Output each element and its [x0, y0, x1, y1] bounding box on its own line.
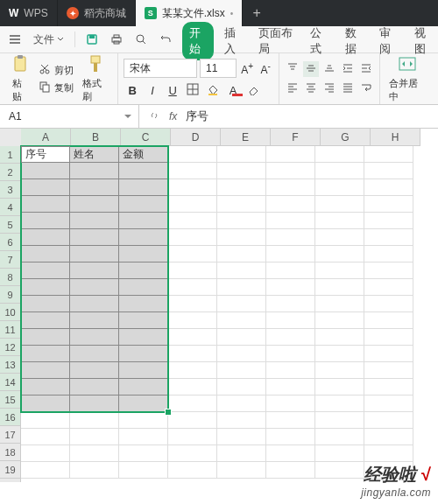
cell[interactable]	[70, 229, 119, 246]
cell[interactable]	[217, 396, 266, 412]
cell[interactable]	[119, 196, 168, 213]
cell[interactable]	[70, 462, 119, 479]
align-right-button[interactable]	[321, 80, 337, 96]
link-icon[interactable]	[148, 109, 160, 124]
cell[interactable]	[21, 396, 70, 412]
menu-toggle-button[interactable]	[5, 31, 25, 48]
row-header[interactable]: 7	[0, 251, 21, 269]
column-header[interactable]: H	[371, 129, 420, 146]
cell[interactable]	[315, 163, 364, 179]
cell[interactable]	[168, 246, 217, 262]
cell[interactable]	[21, 262, 70, 279]
cell[interactable]	[119, 262, 168, 279]
cell[interactable]	[119, 429, 168, 445]
row-header[interactable]: 15	[0, 391, 21, 409]
format-painter-button[interactable]: 格式刷	[79, 53, 112, 105]
cell[interactable]	[119, 396, 168, 412]
file-menu-button[interactable]: 文件	[30, 30, 67, 50]
cell[interactable]	[21, 213, 70, 229]
cell[interactable]	[315, 412, 364, 429]
cell[interactable]	[315, 445, 364, 462]
cell[interactable]	[266, 229, 315, 246]
cells-area[interactable]: 序号姓名金额	[21, 146, 438, 482]
cell[interactable]	[168, 163, 217, 179]
wrap-text-button[interactable]	[358, 80, 374, 96]
cell[interactable]	[21, 379, 70, 396]
cell[interactable]	[119, 229, 168, 246]
cell[interactable]	[364, 379, 413, 396]
cell[interactable]	[217, 246, 266, 262]
align-bottom-button[interactable]	[321, 61, 337, 77]
cell[interactable]	[364, 346, 413, 362]
cell[interactable]	[266, 362, 315, 379]
bold-button[interactable]: B	[124, 81, 141, 99]
cell[interactable]	[266, 213, 315, 229]
cell[interactable]	[364, 229, 413, 246]
cell[interactable]	[364, 329, 413, 346]
cell[interactable]	[217, 329, 266, 346]
cell[interactable]	[168, 296, 217, 312]
cell[interactable]	[266, 179, 315, 196]
cell[interactable]	[217, 445, 266, 462]
cell[interactable]	[266, 196, 315, 213]
cell[interactable]	[266, 279, 315, 296]
column-header[interactable]: B	[71, 129, 121, 146]
cell[interactable]	[266, 246, 315, 262]
cell[interactable]	[364, 196, 413, 213]
cell[interactable]	[266, 412, 315, 429]
cell[interactable]	[266, 329, 315, 346]
cell[interactable]	[315, 396, 364, 412]
cell[interactable]	[217, 196, 266, 213]
cell[interactable]	[315, 146, 364, 163]
cell[interactable]	[266, 379, 315, 396]
cell[interactable]	[70, 179, 119, 196]
cell[interactable]	[217, 229, 266, 246]
cell[interactable]	[168, 213, 217, 229]
cell[interactable]	[119, 246, 168, 262]
cell[interactable]	[70, 396, 119, 412]
cell[interactable]	[266, 262, 315, 279]
cell[interactable]	[168, 396, 217, 412]
cell[interactable]	[315, 329, 364, 346]
cell[interactable]	[70, 312, 119, 329]
cell[interactable]	[217, 362, 266, 379]
font-family-select[interactable]: 宋体	[124, 59, 197, 78]
cell[interactable]	[266, 312, 315, 329]
align-middle-button[interactable]	[303, 61, 319, 77]
cell[interactable]	[119, 346, 168, 362]
cell[interactable]	[217, 412, 266, 429]
cell[interactable]	[266, 163, 315, 179]
cell[interactable]	[364, 362, 413, 379]
cell[interactable]	[119, 163, 168, 179]
cell[interactable]	[70, 163, 119, 179]
cell[interactable]	[315, 246, 364, 262]
cell[interactable]	[168, 462, 217, 479]
cell[interactable]	[364, 262, 413, 279]
cell[interactable]	[168, 146, 217, 163]
column-header[interactable]: F	[271, 129, 321, 146]
cell[interactable]	[168, 445, 217, 462]
underline-button[interactable]: U	[164, 81, 181, 99]
row-header[interactable]: 19	[0, 461, 21, 479]
undo-button[interactable]	[156, 31, 175, 48]
clear-format-button[interactable]	[244, 81, 262, 99]
row-header[interactable]: 4	[0, 199, 21, 216]
cell[interactable]	[168, 279, 217, 296]
cell[interactable]	[21, 445, 70, 462]
cell[interactable]	[364, 246, 413, 262]
row-header[interactable]: 9	[0, 286, 21, 304]
name-box[interactable]: A1	[0, 105, 139, 128]
cell[interactable]	[266, 462, 315, 479]
row-header[interactable]: 11	[0, 321, 21, 339]
paste-button[interactable]: 粘贴	[9, 53, 33, 105]
column-header[interactable]: E	[221, 129, 271, 146]
cell[interactable]	[119, 296, 168, 312]
cell[interactable]	[168, 362, 217, 379]
cell[interactable]: 姓名	[70, 146, 119, 163]
cell[interactable]	[315, 346, 364, 362]
cell[interactable]	[119, 445, 168, 462]
print-button[interactable]	[107, 31, 126, 48]
app-tab-shop[interactable]: ✦ 稻壳商城	[58, 0, 136, 26]
row-header[interactable]: 8	[0, 269, 21, 286]
cell[interactable]	[315, 262, 364, 279]
